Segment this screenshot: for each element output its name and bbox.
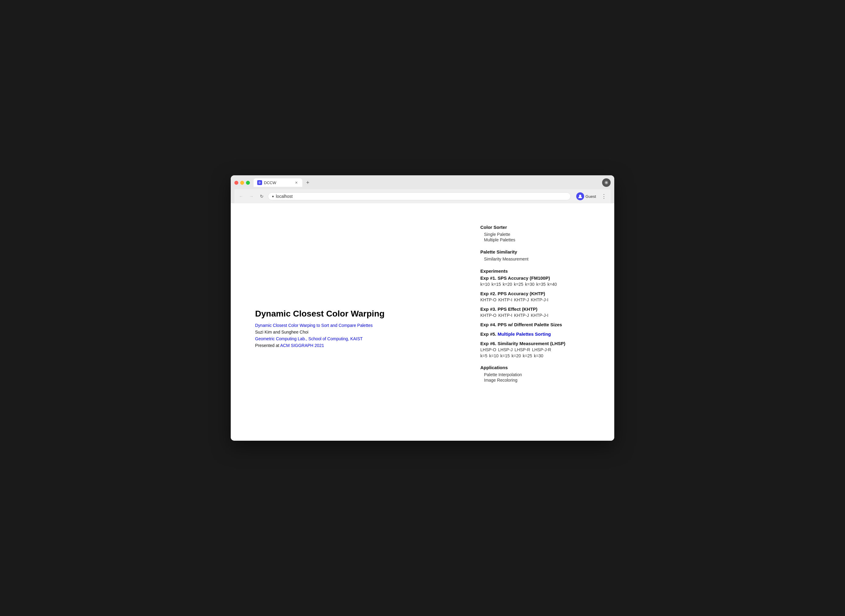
single-palette-link[interactable]: Single Palette (480, 232, 590, 237)
exp4-title: Exp #4. PPS w/ Different Palette Sizes (480, 322, 590, 327)
exp3-khtp-ji[interactable]: KHTP-J-I (531, 313, 549, 318)
exp6-lhsp-jr[interactable]: LHSP-J-R (532, 347, 551, 352)
forward-button[interactable]: → (247, 192, 256, 201)
exp6-k5[interactable]: k=5 (480, 353, 487, 358)
right-column: Color Sorter Single Palette Multiple Pal… (480, 221, 590, 422)
exp6-lhsp-o[interactable]: LHSP-O (480, 347, 496, 352)
chrome-titlebar: D DCCW ✕ + ← → ↻ ● localhost (231, 175, 614, 203)
chrome-title-row: D DCCW ✕ + (235, 178, 610, 187)
palette-interpolation-link[interactable]: Palette Interpolation (480, 372, 590, 377)
paper-subtitle-link[interactable]: Dynamic Closest Color Warping to Sort an… (255, 323, 456, 328)
exp6-k20[interactable]: k=20 (511, 353, 521, 358)
exp1-k15[interactable]: k=15 (491, 282, 501, 287)
exp6-lhsp-r[interactable]: LHSP-R (515, 347, 530, 352)
extension-icon[interactable] (602, 178, 610, 187)
exp5-title: Exp #5. Multiple Palettes Sorting (480, 331, 590, 337)
chrome-menu-button[interactable]: ⋮ (600, 192, 608, 201)
exp1-k25[interactable]: k=25 (514, 282, 523, 287)
exp1-k30[interactable]: k=30 (525, 282, 534, 287)
exp4-item: Exp #4. PPS w/ Different Palette Sizes (480, 322, 590, 327)
exp1-sub-links: k=10 k=15 k=20 k=25 k=30 k=35 k=40 (480, 282, 590, 287)
paper-institution-link[interactable]: Geometric Computing Lab., School of Comp… (255, 336, 456, 341)
address-bar[interactable]: ● localhost (268, 192, 571, 200)
color-sorter-section: Color Sorter Single Palette Multiple Pal… (480, 224, 590, 243)
exp3-item: Exp #3. PPS Effect (KHTP) KHTP-O KHTP-I … (480, 307, 590, 318)
window-maximize-button[interactable] (246, 181, 250, 185)
exp6-k25[interactable]: k=25 (523, 353, 532, 358)
back-button[interactable]: ← (237, 192, 245, 201)
tab-favicon: D (257, 180, 262, 185)
exp3-khtp-i[interactable]: KHTP-I (498, 313, 512, 318)
left-column: Dynamic Closest Color Warping Dynamic Cl… (255, 221, 456, 422)
exp5-highlight: Multiple Palettes Sorting (498, 331, 551, 337)
multiple-palettes-link[interactable]: Multiple Palettes (480, 237, 590, 243)
window-close-button[interactable] (235, 181, 238, 185)
exp2-khtp-j[interactable]: KHTP-J (514, 297, 529, 302)
tab-bar: D DCCW ✕ + (254, 178, 600, 187)
exp1-title: Exp #1. SPS Accuracy (FM100P) (480, 276, 590, 281)
palette-similarity-title: Palette Similarity (480, 249, 590, 254)
exp2-item: Exp #2. PPS Accuracy (KHTP) KHTP-O KHTP-… (480, 291, 590, 302)
exp6-title: Exp #6. Similarity Measurement (LHSP) (480, 341, 590, 346)
address-text: localhost (276, 194, 567, 199)
exp1-k40[interactable]: k=40 (547, 282, 557, 287)
exp3-khtp-j[interactable]: KHTP-J (514, 313, 529, 318)
similarity-measurement-link[interactable]: Similarity Measurement (480, 256, 590, 262)
browser-window: D DCCW ✕ + ← → ↻ ● localhost (231, 175, 614, 441)
palette-similarity-section: Palette Similarity Similarity Measuremen… (480, 249, 590, 262)
exp1-item: Exp #1. SPS Accuracy (FM100P) k=10 k=15 … (480, 276, 590, 287)
paper-title: Dynamic Closest Color Warping (255, 308, 456, 319)
window-minimize-button[interactable] (240, 181, 244, 185)
color-sorter-title: Color Sorter (480, 224, 590, 230)
window-controls (235, 181, 250, 185)
reload-button[interactable]: ↻ (258, 192, 266, 201)
exp3-sub-links: KHTP-O KHTP-I KHTP-J KHTP-J-I (480, 313, 590, 318)
applications-title: Applications (480, 365, 590, 370)
exp2-khtp-o[interactable]: KHTP-O (480, 297, 496, 302)
tab-close-button[interactable]: ✕ (294, 180, 299, 185)
exp6-k30[interactable]: k=30 (534, 353, 543, 358)
tab-title: DCCW (264, 180, 292, 185)
exp6-sub-links-1: LHSP-O LHSP-J LHSP-R LHSP-J-R (480, 347, 590, 352)
exp1-k10[interactable]: k=10 (480, 282, 490, 287)
profile-button[interactable]: Guest (574, 191, 599, 201)
exp3-title: Exp #3. PPS Effect (KHTP) (480, 307, 590, 312)
exp6-lhsp-j[interactable]: LHSP-J (498, 347, 513, 352)
profile-area: Guest ⋮ (574, 191, 608, 201)
image-recoloring-link[interactable]: Image Recoloring (480, 377, 590, 383)
lock-icon: ● (272, 194, 274, 198)
page-content: Dynamic Closest Color Warping Dynamic Cl… (231, 203, 614, 441)
new-tab-button[interactable]: + (304, 178, 312, 187)
siggraph-link[interactable]: ACM SIGGRAPH 2021 (280, 343, 324, 348)
profile-name: Guest (585, 194, 596, 199)
paper-authors: Suzi Kim and Sunghee Choi (255, 330, 456, 334)
active-tab[interactable]: D DCCW ✕ (254, 178, 302, 187)
applications-section: Applications Palette Interpolation Image… (480, 365, 590, 383)
exp6-k15[interactable]: k=15 (500, 353, 510, 358)
exp6-sub-links-2: k=5 k=10 k=15 k=20 k=25 k=30 (480, 353, 590, 358)
chrome-nav-row: ← → ↻ ● localhost Guest ⋮ (235, 189, 610, 203)
exp2-title: Exp #2. PPS Accuracy (KHTP) (480, 291, 590, 296)
experiments-title: Experiments (480, 268, 590, 274)
profile-icon (576, 192, 584, 200)
exp3-khtp-o[interactable]: KHTP-O (480, 313, 496, 318)
svg-point-1 (606, 182, 607, 183)
exp5-item: Exp #5. Multiple Palettes Sorting (480, 331, 590, 337)
exp2-khtp-i[interactable]: KHTP-I (498, 297, 512, 302)
experiments-section: Experiments Exp #1. SPS Accuracy (FM100P… (480, 268, 590, 358)
exp6-k10[interactable]: k=10 (489, 353, 499, 358)
exp2-khtp-ji[interactable]: KHTP-J-I (531, 297, 549, 302)
exp1-k35[interactable]: k=35 (536, 282, 546, 287)
exp2-sub-links: KHTP-O KHTP-I KHTP-J KHTP-J-I (480, 297, 590, 302)
paper-presented: Presented at ACM SIGGRAPH 2021 (255, 343, 456, 348)
exp1-k20[interactable]: k=20 (503, 282, 512, 287)
exp6-item: Exp #6. Similarity Measurement (LHSP) LH… (480, 341, 590, 358)
